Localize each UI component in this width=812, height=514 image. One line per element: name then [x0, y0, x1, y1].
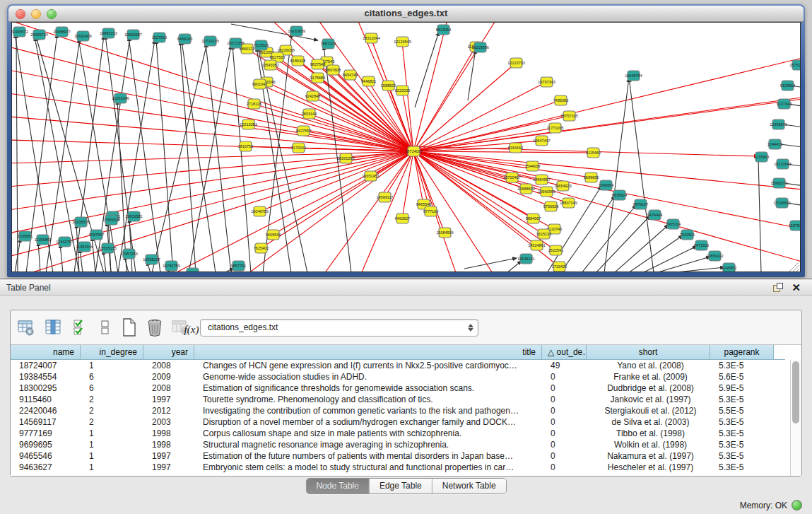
graph-node[interactable]: 9857791: [231, 261, 246, 271]
graph-node[interactable]: 6879197: [633, 199, 648, 209]
graph-node[interactable]: 1733426: [552, 262, 567, 271]
delete-trash-icon[interactable]: [145, 317, 165, 338]
column-header-title[interactable]: title: [194, 345, 542, 360]
graph-node[interactable]: 12093872: [770, 119, 787, 129]
graph-node[interactable]: 9901042: [252, 79, 267, 89]
close-panel-icon[interactable]: ✕: [792, 281, 801, 293]
graph-node[interactable]: 9777169: [423, 206, 438, 216]
table-cell[interactable]: 2008: [143, 382, 194, 394]
window-titlebar[interactable]: citations_edges.txt: [8, 6, 804, 22]
citation-edge-red[interactable]: [384, 151, 413, 197]
table-cell[interactable]: 1: [81, 360, 143, 371]
table-cell[interactable]: 5.3E-5: [710, 428, 774, 439]
graph-node[interactable]: 11451944: [76, 242, 93, 252]
graph-node[interactable]: 14136141: [517, 254, 534, 264]
graph-node[interactable]: 15751074: [789, 60, 801, 70]
citation-edge-black[interactable]: [180, 41, 196, 272]
citation-edge-black[interactable]: [464, 258, 517, 269]
citation-edge-black[interactable]: [80, 249, 83, 272]
graph-node[interactable]: 1588520: [381, 81, 396, 90]
citation-edge-black[interactable]: [103, 250, 106, 272]
select-columns-icon[interactable]: [43, 317, 63, 338]
table-cell[interactable]: 9463627: [11, 462, 81, 473]
graph-node[interactable]: 12923448: [184, 268, 201, 272]
table-cell[interactable]: 18724007: [11, 360, 81, 371]
table-row[interactable]: 946554611997Estimation of the future num…: [11, 450, 791, 462]
table-cell[interactable]: 0: [542, 371, 587, 382]
column-header-short[interactable]: short: [587, 345, 710, 360]
graph-node[interactable]: 9215953: [754, 152, 769, 162]
column-header-name[interactable]: name: [11, 345, 81, 360]
citation-edge-red[interactable]: [12, 151, 413, 263]
new-document-icon[interactable]: [119, 317, 139, 338]
citation-edge-red[interactable]: [270, 65, 413, 151]
graph-node[interactable]: 1615132: [536, 229, 551, 239]
table-cell[interactable]: 2009: [143, 371, 194, 382]
graph-node[interactable]: 7485083: [553, 95, 568, 105]
column-header-in_degree[interactable]: in_degree: [81, 345, 143, 360]
table-cell[interactable]: 6: [81, 371, 143, 382]
table-cell[interactable]: 5.3E-5: [710, 416, 774, 428]
graph-node[interactable]: 18312044: [363, 33, 379, 43]
graph-node[interactable]: 10647437: [533, 136, 550, 146]
select-rows-icon[interactable]: [71, 317, 91, 338]
table-row[interactable]: 1872400712008Changes of HCN gene express…: [11, 360, 791, 371]
table-cell[interactable]: 49: [542, 360, 587, 371]
graph-node[interactable]: 9409934: [266, 230, 281, 240]
graph-node[interactable]: 9245652: [722, 263, 736, 272]
graph-node[interactable]: 21905572: [12, 27, 28, 37]
table-cell[interactable]: Estimation of the future numbers of pati…: [194, 450, 542, 462]
graph-node[interactable]: 12213793: [507, 58, 524, 68]
graph-node[interactable]: 24055724: [30, 30, 47, 40]
table-cell[interactable]: Wolkin et al. (1998): [587, 439, 710, 450]
graph-node[interactable]: 1810755: [238, 141, 253, 151]
table-cell[interactable]: Estimation of significance thresholds fo…: [194, 382, 542, 394]
table-cell[interactable]: 1998: [143, 428, 194, 439]
citation-edge-red[interactable]: [413, 82, 546, 151]
vertical-scrollbar[interactable]: [790, 360, 801, 476]
citation-edge-black[interactable]: [129, 218, 132, 272]
row-height-icon[interactable]: [95, 317, 115, 338]
graph-node[interactable]: 14569117: [376, 192, 393, 202]
graph-node[interactable]: 17016504: [773, 198, 790, 208]
graph-node[interactable]: 9097587: [89, 230, 104, 240]
table-cell[interactable]: 0: [542, 428, 587, 439]
table-row[interactable]: 911546021997Tourette syndrome. Phenomeno…: [11, 394, 791, 405]
table-row[interactable]: 977716911998Corpus callosum shape and si…: [11, 428, 791, 439]
graph-node[interactable]: 2935114: [666, 219, 681, 229]
citation-edge-black[interactable]: [604, 78, 629, 272]
table-cell[interactable]: 22420046: [11, 405, 81, 416]
table-cell[interactable]: 5.3E-5: [710, 462, 774, 473]
table-cell[interactable]: 0: [542, 382, 587, 394]
citation-edge-black[interactable]: [629, 78, 654, 272]
citation-network-graph[interactable]: 1872400718312044121245491125449312213793…: [12, 23, 801, 272]
table-cell[interactable]: Tourette syndrome. Phenomenology and cla…: [194, 394, 542, 405]
graph-node[interactable]: 1244419: [767, 139, 782, 149]
graph-node[interactable]: 8471626: [694, 240, 709, 250]
graph-node[interactable]: 8454749: [343, 70, 358, 80]
table-selector-dropdown[interactable]: citations_edges.txt: [200, 319, 478, 337]
citation-edge-red[interactable]: [273, 151, 413, 235]
citation-edge-black[interactable]: [156, 40, 173, 272]
table-cell[interactable]: Changes of HCN gene expression and I(f) …: [194, 360, 542, 371]
graph-node[interactable]: 7857224: [321, 39, 336, 49]
graph-node[interactable]: 9463627: [395, 214, 410, 223]
citation-edge-black[interactable]: [233, 45, 251, 272]
table-cell[interactable]: Disruption of a novel member of a sodium…: [194, 416, 542, 428]
graph-node[interactable]: 9227343: [777, 99, 792, 109]
table-cell[interactable]: Yano et al. (2008): [587, 360, 710, 371]
table-cell[interactable]: Jankovic et al. (1997): [587, 394, 710, 405]
table-cell[interactable]: 1: [81, 439, 143, 450]
citation-edge-black[interactable]: [118, 40, 155, 272]
tab-edge-table[interactable]: Edge Table: [370, 479, 433, 493]
table-row[interactable]: 946362711997Embryonic stem cells: a mode…: [11, 462, 791, 473]
citation-edge-red[interactable]: [413, 47, 476, 151]
graph-node[interactable]: 2718126: [247, 99, 261, 109]
table-cell[interactable]: de Silva et al. (2003): [587, 416, 710, 428]
graph-node[interactable]: 2867608: [326, 65, 341, 75]
graph-node[interactable]: 2522541: [548, 245, 563, 255]
function-builder-icon[interactable]: f(x): [183, 319, 200, 340]
graph-node[interactable]: 16210643: [774, 159, 791, 169]
table-cell[interactable]: 0: [542, 450, 587, 462]
graph-node[interactable]: 21053346: [112, 93, 129, 103]
